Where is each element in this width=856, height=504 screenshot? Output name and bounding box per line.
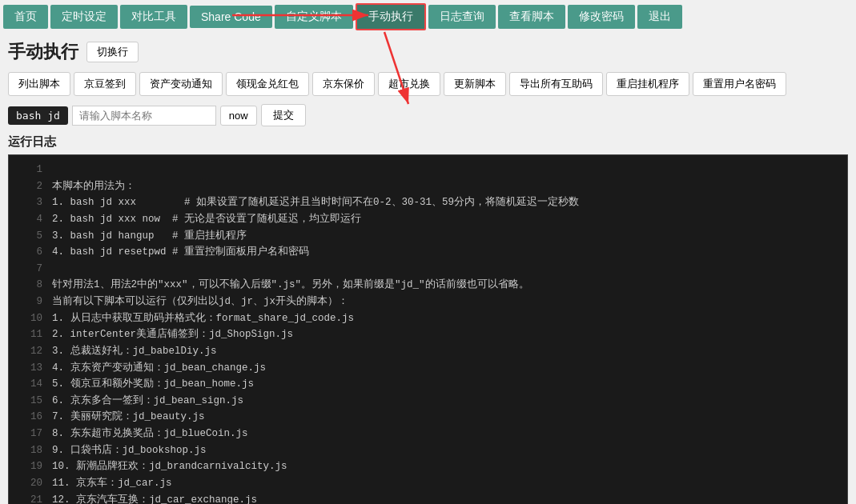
terminal-line: 2112. 京东汽车互换：jd_car_exchange.js: [18, 492, 838, 505]
terminal-line: 9当前有以下脚本可以运行（仅列出以jd、jr、jx开头的脚本）：: [18, 294, 838, 310]
terminal-line: 2011. 京东车：jd_car.js: [18, 475, 838, 492]
line-number: 7: [18, 261, 42, 278]
line-number: 11: [18, 326, 42, 343]
sub-btn-0[interactable]: 列出脚本: [8, 72, 70, 96]
terminal-line: 8针对用法1、用法2中的"xxx"，可以不输入后缀".js"。另外，如果前缀是"…: [18, 277, 838, 294]
line-code: 8. 东东超市兑换奖品：jd_blueCoin.js: [52, 426, 248, 442]
terminal-line: 134. 京东资产变动通知：jd_bean_change.js: [18, 360, 838, 377]
sub-btn-9[interactable]: 重置用户名密码: [693, 72, 786, 96]
nav-btn-home[interactable]: 首页: [3, 5, 48, 29]
sub-nav: 列出脚本京豆签到资产变动通知领现金兑红包京东保价超市兑换更新脚本导出所有互助码重…: [8, 72, 848, 96]
now-button[interactable]: now: [220, 106, 257, 126]
nav-btn-logout[interactable]: 退出: [637, 5, 682, 29]
line-number: 20: [18, 475, 42, 492]
nav-btn-share[interactable]: Share Code: [190, 6, 272, 28]
top-nav: 首页定时设定对比工具Share Code自定义脚本手动执行日志查询查看脚本修改密…: [0, 0, 856, 34]
terminal-line: 101. 从日志中获取互助码并格式化：format_share_jd_code.…: [18, 310, 838, 327]
sub-btn-8[interactable]: 重启挂机程序: [606, 72, 689, 96]
line-code: 1. 从日志中获取互助码并格式化：format_share_jd_code.js: [52, 310, 354, 327]
sub-btn-3[interactable]: 领现金兑红包: [226, 72, 309, 96]
bash-row: bash jd now 提交: [8, 104, 848, 126]
line-number: 5: [18, 228, 42, 245]
submit-button[interactable]: 提交: [261, 104, 306, 126]
line-code: 4. 京东资产变动通知：jd_bean_change.js: [52, 360, 266, 377]
terminal-line: 112. interCenter美通店铺签到：jd_ShopSign.js: [18, 326, 838, 343]
line-number: 13: [18, 360, 42, 377]
line-number: 14: [18, 376, 42, 393]
sub-btn-1[interactable]: 京豆签到: [74, 72, 136, 96]
line-code: 2. bash jd xxx now # 无论是否设置了随机延迟，均立即运行: [52, 211, 361, 228]
line-number: 18: [18, 442, 42, 459]
line-code: 4. bash jd resetpwd # 重置控制面板用户名和密码: [52, 244, 309, 261]
line-code: 3. bash jd hangup # 重启挂机程序: [52, 228, 247, 245]
terminal-line: 64. bash jd resetpwd # 重置控制面板用户名和密码: [18, 244, 838, 261]
line-code: 1. bash jd xxx # 如果设置了随机延迟并且当时时间不在0-2、30…: [52, 194, 579, 211]
line-number: 16: [18, 409, 42, 426]
line-code: 10. 新潮品牌狂欢：jd_brandcarnivalcity.js: [52, 458, 287, 475]
nav-btn-view[interactable]: 查看脚本: [498, 5, 565, 29]
line-code: 6. 京东多合一签到：jd_bean_sign.js: [52, 393, 243, 410]
terminal-line: 123. 总裁送好礼：jd_babelDiy.js: [18, 343, 838, 360]
sub-btn-5[interactable]: 超市兑换: [378, 72, 440, 96]
terminal-line: 145. 领京豆和额外奖励：jd_bean_home.js: [18, 376, 838, 393]
line-code: 当前有以下脚本可以运行（仅列出以jd、jr、jx开头的脚本）：: [52, 294, 348, 310]
line-number: 15: [18, 393, 42, 410]
line-code: 2. interCenter美通店铺签到：jd_ShopSign.js: [52, 326, 293, 343]
line-code: 11. 京东车：jd_car.js: [52, 475, 172, 492]
terminal-line: 42. bash jd xxx now # 无论是否设置了随机延迟，均立即运行: [18, 211, 838, 228]
line-number: 8: [18, 277, 42, 294]
sub-btn-2[interactable]: 资产变动通知: [139, 72, 223, 96]
line-code: 3. 总裁送好礼：jd_babelDiy.js: [52, 343, 217, 360]
line-number: 1: [18, 162, 42, 178]
page-title: 手动执行: [8, 40, 78, 64]
line-code: 12. 京东汽车互换：jd_car_exchange.js: [52, 492, 257, 505]
title-row: 手动执行 切换行: [8, 40, 848, 64]
terminal-line: 178. 东东超市兑换奖品：jd_blueCoin.js: [18, 426, 838, 442]
line-code: 7. 美丽研究院：jd_beauty.js: [52, 409, 205, 426]
terminal-line: 1: [18, 162, 838, 178]
line-code: 9. 口袋书店：jd_bookshop.js: [52, 442, 207, 459]
sub-btn-6[interactable]: 更新脚本: [444, 72, 506, 96]
line-number: 4: [18, 211, 42, 228]
line-number: 9: [18, 294, 42, 310]
terminal-line: 1910. 新潮品牌狂欢：jd_brandcarnivalcity.js: [18, 458, 838, 475]
line-number: 6: [18, 244, 42, 261]
line-number: 17: [18, 426, 42, 442]
nav-btn-compare[interactable]: 对比工具: [120, 5, 187, 29]
line-number: 21: [18, 492, 42, 505]
terminal-line: 156. 京东多合一签到：jd_bean_sign.js: [18, 393, 838, 410]
nav-btn-manual[interactable]: 手动执行: [356, 3, 426, 30]
line-number: 12: [18, 343, 42, 360]
terminal-line: 167. 美丽研究院：jd_beauty.js: [18, 409, 838, 426]
switch-button[interactable]: 切换行: [86, 42, 139, 62]
line-number: 2: [18, 178, 42, 195]
line-code: 针对用法1、用法2中的"xxx"，可以不输入后缀".js"。另外，如果前缀是"j…: [52, 277, 529, 294]
line-code: 本脚本的用法为：: [52, 178, 135, 195]
line-number: 3: [18, 194, 42, 211]
terminal-line: 53. bash jd hangup # 重启挂机程序: [18, 228, 838, 245]
nav-btn-timer[interactable]: 定时设定: [50, 5, 118, 29]
line-number: 10: [18, 310, 42, 327]
terminal-line: 189. 口袋书店：jd_bookshop.js: [18, 442, 838, 459]
terminal-line: 7: [18, 261, 838, 278]
line-number: 19: [18, 458, 42, 475]
sub-btn-4[interactable]: 京东保价: [312, 72, 375, 96]
bash-label: bash jd: [8, 106, 68, 125]
script-name-input[interactable]: [72, 106, 216, 126]
sub-btn-7[interactable]: 导出所有互助码: [509, 72, 603, 96]
nav-btn-logs[interactable]: 日志查询: [428, 5, 496, 29]
terminal-line: 31. bash jd xxx # 如果设置了随机延迟并且当时时间不在0-2、3…: [18, 194, 838, 211]
terminal-output: 12本脚本的用法为：31. bash jd xxx # 如果设置了随机延迟并且当…: [8, 154, 848, 504]
terminal-line: 2本脚本的用法为：: [18, 178, 838, 195]
line-code: 5. 领京豆和额外奖励：jd_bean_home.js: [52, 376, 254, 393]
nav-btn-password[interactable]: 修改密码: [568, 5, 635, 29]
log-title: 运行日志: [8, 134, 848, 150]
nav-btn-custom[interactable]: 自定义脚本: [275, 5, 353, 29]
